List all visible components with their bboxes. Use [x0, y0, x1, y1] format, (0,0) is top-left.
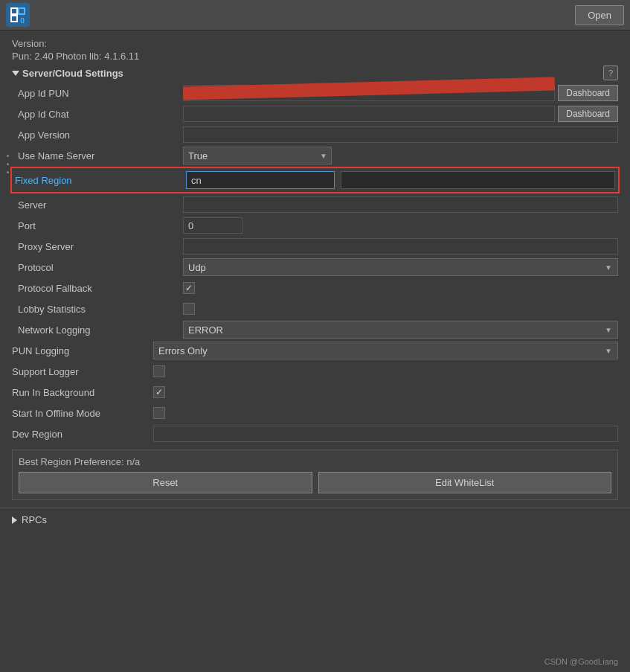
- rpcs-row[interactable]: RPCs: [0, 508, 630, 531]
- fixed-region-row: Fixed Region: [10, 167, 620, 193]
- main-content: Version: Pun: 2.40 Photon lib: 4.1.6.11 …: [0, 31, 630, 508]
- app-id-chat-value: Dashboard: [183, 106, 618, 122]
- app-version-label: App Version: [12, 129, 183, 141]
- version-label: Version:: [12, 38, 618, 49]
- settings-table: App Id PUN Dashboard App Id Chat Dashboa…: [12, 83, 618, 339]
- app-id-pun-value: Dashboard: [183, 85, 618, 101]
- server-input[interactable]: [183, 196, 618, 213]
- use-name-server-select-wrapper: True False: [183, 147, 332, 164]
- lobby-statistics-checkbox[interactable]: [183, 303, 195, 315]
- protocol-row: Protocol Udp Tcp WebSocket WebSocketSecu…: [12, 257, 618, 277]
- port-value: [183, 217, 618, 234]
- start-offline-value: [153, 407, 618, 419]
- proxy-server-label: Proxy Server: [12, 241, 183, 252]
- pun-logging-value: Errors Only Informational Full: [153, 342, 618, 359]
- support-logger-label: Support Logger: [12, 366, 153, 377]
- network-logging-label: Network Logging: [12, 324, 183, 336]
- app-id-pun-row: App Id PUN Dashboard: [12, 83, 618, 103]
- best-region-buttons: Reset Edit WhiteList: [19, 472, 611, 493]
- protocol-label: Protocol: [12, 262, 183, 273]
- top-bar: {} Open: [0, 0, 630, 31]
- app-id-chat-label: App Id Chat: [12, 109, 183, 120]
- lobby-statistics-label: Lobby Statistics: [12, 304, 183, 315]
- use-name-server-value: True False: [183, 147, 618, 164]
- pun-logging-row: PUN Logging Errors Only Informational Fu…: [12, 341, 618, 360]
- fixed-region-label: Fixed Region: [15, 175, 72, 186]
- run-in-background-checkbox[interactable]: [153, 386, 165, 398]
- use-name-server-label: Use Name Server: [12, 150, 183, 161]
- info-icon[interactable]: ?: [603, 65, 618, 80]
- fixed-region-extra-input[interactable]: [341, 171, 615, 189]
- fixed-region-input[interactable]: [186, 171, 335, 189]
- svg-rect-2: [11, 16, 17, 22]
- sidebar-dot-2: [7, 163, 9, 165]
- support-logger-row: Support Logger: [12, 362, 618, 381]
- sidebar-dot-3: [7, 171, 9, 173]
- use-name-server-select[interactable]: True False: [183, 147, 332, 164]
- network-logging-value: ERROR WARNING INFO DEBUG: [183, 321, 618, 339]
- app-version-value: [183, 127, 618, 143]
- support-logger-value: [153, 365, 618, 377]
- lobby-statistics-row: Lobby Statistics: [12, 299, 618, 319]
- logo-area: {}: [6, 3, 30, 27]
- open-button[interactable]: Open: [575, 5, 624, 25]
- app-id-pun-input-container: [183, 85, 555, 101]
- dev-region-label: Dev Region: [12, 429, 153, 440]
- app-id-pun-label: App Id PUN: [12, 88, 183, 99]
- lobby-statistics-value: [183, 303, 618, 315]
- expand-triangle-icon: [12, 71, 19, 76]
- protocol-fallback-row: Protocol Fallback: [12, 278, 618, 298]
- dev-region-row: Dev Region: [12, 424, 618, 444]
- protocol-select-wrapper: Udp Tcp WebSocket WebSocketSecure: [183, 258, 618, 276]
- dashboard-pun-button[interactable]: Dashboard: [558, 85, 618, 101]
- server-label: Server: [12, 199, 183, 211]
- app-version-input[interactable]: [183, 127, 618, 143]
- protocol-value: Udp Tcp WebSocket WebSocketSecure: [183, 258, 618, 276]
- server-cloud-section-label: Server/Cloud Settings: [22, 68, 123, 79]
- start-offline-row: Start In Offline Mode: [12, 403, 618, 423]
- fixed-region-value: [186, 171, 615, 189]
- network-logging-row: Network Logging ERROR WARNING INFO DEBUG: [12, 320, 618, 339]
- pun-logging-select[interactable]: Errors Only Informational Full: [153, 342, 618, 359]
- sidebar-dot-1: [7, 155, 9, 157]
- svg-rect-0: [11, 8, 17, 14]
- svg-rect-1: [19, 8, 25, 14]
- port-label: Port: [12, 220, 183, 231]
- pun-info: Pun: 2.40 Photon lib: 4.1.6.11: [12, 51, 618, 62]
- pun-logging-select-wrapper: Errors Only Informational Full: [153, 342, 618, 359]
- fixed-region-label-wrapper: Fixed Region: [15, 175, 186, 186]
- edit-whitelist-button[interactable]: Edit WhiteList: [318, 472, 612, 493]
- run-in-background-label: Run In Background: [12, 387, 153, 398]
- svg-text:{}: {}: [20, 16, 25, 23]
- rpcs-expand-icon: [12, 516, 17, 524]
- use-name-server-row: Use Name Server True False: [12, 146, 618, 165]
- port-input[interactable]: [183, 217, 242, 234]
- proxy-server-row: Proxy Server: [12, 237, 618, 256]
- reset-button[interactable]: Reset: [19, 472, 312, 493]
- protocol-fallback-checkbox[interactable]: [183, 282, 195, 294]
- best-region-section: Best Region Preference: n/a Reset Edit W…: [12, 449, 618, 500]
- run-in-background-value: [153, 386, 618, 398]
- protocol-fallback-label: Protocol Fallback: [12, 283, 183, 294]
- proxy-server-input[interactable]: [183, 238, 618, 255]
- network-logging-select-wrapper: ERROR WARNING INFO DEBUG: [183, 321, 618, 339]
- info-icon-area[interactable]: ?: [603, 65, 618, 80]
- server-row: Server: [12, 195, 618, 214]
- app-version-row: App Version: [12, 125, 618, 144]
- protocol-select[interactable]: Udp Tcp WebSocket WebSocketSecure: [183, 258, 618, 276]
- start-offline-label: Start In Offline Mode: [12, 408, 153, 419]
- network-logging-select[interactable]: ERROR WARNING INFO DEBUG: [183, 321, 618, 339]
- pun-logging-label: PUN Logging: [12, 345, 153, 356]
- support-logger-checkbox[interactable]: [153, 365, 165, 377]
- server-value: [183, 196, 618, 213]
- run-in-background-row: Run In Background: [12, 383, 618, 402]
- dev-region-input[interactable]: [153, 426, 618, 442]
- dashboard-chat-button[interactable]: Dashboard: [558, 106, 618, 122]
- port-row: Port: [12, 216, 618, 235]
- best-region-text: Best Region Preference: n/a: [19, 456, 611, 467]
- footer-credit: CSDN @GoodLiang: [544, 657, 618, 666]
- app-id-chat-input[interactable]: [183, 106, 555, 122]
- start-offline-checkbox[interactable]: [153, 407, 165, 419]
- sidebar-dots-area: [0, 149, 15, 173]
- logo-icon: {}: [6, 3, 30, 27]
